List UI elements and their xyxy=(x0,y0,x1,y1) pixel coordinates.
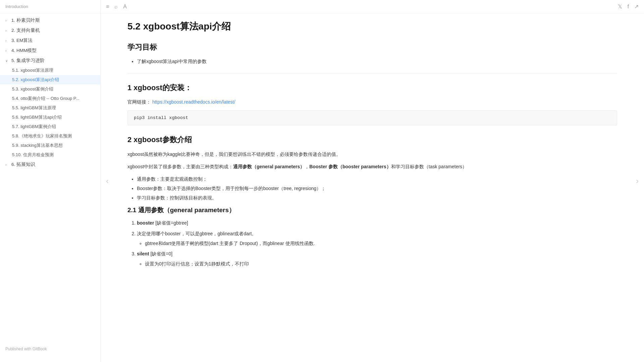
general-param-3-bold: silent xyxy=(137,251,149,256)
toolbar-right: 𝕏 f ↗ xyxy=(618,3,639,10)
general-param-1-text: booster [缺省值=gbtree] xyxy=(137,220,188,226)
sidebar-header: Introduction xyxy=(0,0,100,13)
sidebar-item-5-5[interactable]: 5.5. lightGBM算法原理 xyxy=(0,103,100,113)
intro-text-1: xgboost虽然被称为kaggle比赛神奇，但是，我们要想训练出不错的模型，必… xyxy=(127,150,617,159)
general-param-2: 决定使用哪个booster，可以是gbtree，gblinear或者dart。 … xyxy=(137,230,617,247)
sidebar-chapter-1[interactable]: › 1. 朴素贝叶斯 xyxy=(0,15,100,25)
general-param-1-bold: booster xyxy=(137,220,154,226)
sidebar-item-5-7[interactable]: 5.7. lightGBM案例介绍 xyxy=(0,122,100,131)
sidebar-item-5-3[interactable]: 5.3. xgboost案例介绍 xyxy=(0,84,100,94)
menu-icon[interactable]: ≡ xyxy=(106,4,109,10)
study-goals-section: 学习目标 了解xgboost算法api中常用的参数 xyxy=(127,42,617,73)
twitter-icon[interactable]: 𝕏 xyxy=(618,3,622,10)
section-divider xyxy=(127,73,617,73)
general-param-3-text: silent [缺省值=0] xyxy=(137,251,172,256)
general-param-2-sub-1: gbtree和dart使用基于树的模型(dart 主要多了 Dropout)，而… xyxy=(145,240,617,247)
study-goals-title: 学习目标 xyxy=(127,42,617,52)
sidebar-chapter-5[interactable]: ∨ 5. 集成学习进阶 xyxy=(0,56,100,66)
search-icon[interactable]: ⌕ xyxy=(114,4,118,10)
sidebar-item-5-1[interactable]: 5.1. xgboost算法原理 xyxy=(0,66,100,75)
sidebar-chapter-5-label: 5. 集成学习进阶 xyxy=(11,58,45,64)
intro2-mid: ， xyxy=(305,164,309,169)
chevron-right-icon: › xyxy=(5,29,10,33)
general-param-1: booster [缺省值=gbtree] xyxy=(137,219,617,227)
general-param-2-subbullets: gbtree和dart使用基于树的模型(dart 主要多了 Dropout)，而… xyxy=(137,240,617,247)
intro2-prefix: xgboost中封装了很多参数，主要由三种类型构成： xyxy=(127,164,233,169)
chevron-right-icon: › xyxy=(5,39,10,43)
general-param-3: silent [缺省值=0] 设置为0打印运行信息；设置为1静默模式，不打印 xyxy=(137,250,617,267)
chevron-right-icon: › xyxy=(5,19,10,22)
toolbar-left: ≡ ⌕ A xyxy=(106,4,127,10)
sidebar-item-5-6[interactable]: 5.6. lightGBM算法api介绍 xyxy=(0,113,100,122)
parameters-title: 2 xgboost参数介绍 xyxy=(127,135,617,145)
sidebar: Introduction › 1. 朴素贝叶斯 › 2. 支持向量机 › 3. … xyxy=(0,0,101,362)
study-goal-item-1: 了解xgboost算法api中常用的参数 xyxy=(137,58,617,65)
main-content: 5.2 xgboost算法api介绍 学习目标 了解xgboost算法api中常… xyxy=(101,0,644,362)
sidebar-item-5-4[interactable]: 5.4. otto案例介绍 -- Otto Group P... xyxy=(0,94,100,103)
prev-page-button[interactable]: ‹ xyxy=(103,173,111,189)
sidebar-chapter-4-label: 4. HMM模型 xyxy=(11,48,37,54)
sidebar-item-5-10[interactable]: 5.10. 住房月租金预测 xyxy=(0,150,100,160)
sidebar-chapter-4[interactable]: › 4. HMM模型 xyxy=(0,46,100,56)
sidebar-chapter-1-label: 1. 朴素贝叶斯 xyxy=(11,17,40,23)
sidebar-footer: Published with GitBook xyxy=(0,343,100,355)
sidebar-item-5-9[interactable]: 5.9. stacking算法基本思想 xyxy=(0,141,100,150)
sidebar-chapter-3-label: 3. EM算法 xyxy=(11,38,33,44)
font-icon[interactable]: A xyxy=(123,4,127,10)
general-param-3-sub-1: 设置为0打印运行信息；设置为1静默模式，不打印 xyxy=(145,260,617,267)
sidebar-chapter-3[interactable]: › 3. EM算法 xyxy=(0,36,100,46)
official-link-prefix: 官网链接： xyxy=(127,99,151,105)
general-params-list: booster [缺省值=gbtree] 决定使用哪个booster，可以是gb… xyxy=(127,219,617,267)
chevron-down-icon: ∨ xyxy=(5,59,10,63)
sidebar-chapter-6-label: 6. 拓展知识 xyxy=(11,162,35,168)
sidebar-chapter-2-label: 2. 支持向量机 xyxy=(11,27,40,34)
sidebar-chapter-6[interactable]: › 6. 拓展知识 xyxy=(0,160,100,170)
intro2-suffix: 和学习目标参数（task parameters） xyxy=(391,164,467,169)
chevron-right-icon: › xyxy=(5,49,10,53)
intro2-bold2: Booster 参数（booster parameters） xyxy=(309,164,391,169)
official-link-label: 官网链接： https://xgboost.readthedocs.io/en/… xyxy=(127,98,617,106)
install-code-block: pip3 install xgboost xyxy=(127,110,617,125)
sidebar-nav: › 1. 朴素贝叶斯 › 2. 支持向量机 › 3. EM算法 › 4. HMM… xyxy=(0,13,100,172)
installation-title: 1 xgboost的安装： xyxy=(127,83,617,93)
study-goals-list: 了解xgboost算法api中常用的参数 xyxy=(127,58,617,65)
subsection-21-title: 2.1 通用参数（general parameters） xyxy=(127,206,617,215)
share-icon[interactable]: ↗ xyxy=(634,3,639,10)
general-param-3-subbullets: 设置为0打印运行信息；设置为1静默模式，不打印 xyxy=(137,260,617,267)
chevron-right-icon: › xyxy=(5,163,10,167)
param-type-3: 学习目标参数：控制训练目标的表现。 xyxy=(137,194,617,201)
sidebar-item-5-2[interactable]: 5.2. xgboost算法api介绍 xyxy=(0,75,100,84)
intro-text-2: xgboost中封装了很多参数，主要由三种类型构成：通用参数（general p… xyxy=(127,163,617,171)
general-param-2-text: 决定使用哪个booster，可以是gbtree，gblinear或者dart。 xyxy=(137,231,256,236)
param-type-1: 通用参数：主要是宏观函数控制； xyxy=(137,175,617,183)
sidebar-chapter-2[interactable]: › 2. 支持向量机 xyxy=(0,25,100,36)
page-title: 5.2 xgboost算法api介绍 xyxy=(127,20,617,33)
param-type-list: 通用参数：主要是宏观函数控制； Booster参数：取决于选择的Booster类… xyxy=(127,175,617,202)
param-type-2: Booster参数：取决于选择的Booster类型，用于控制每一步的booste… xyxy=(137,185,617,192)
next-page-button[interactable]: › xyxy=(633,173,641,189)
facebook-icon[interactable]: f xyxy=(628,4,629,10)
intro2-bold1: 通用参数（general parameters） xyxy=(233,164,305,169)
parameters-section: 2 xgboost参数介绍 xgboost虽然被称为kaggle比赛神奇，但是，… xyxy=(127,135,617,267)
official-link[interactable]: https://xgboost.readthedocs.io/en/latest… xyxy=(152,99,235,105)
sidebar-item-5-8[interactable]: 5.8.《绝地求生》玩家排名预测 xyxy=(0,131,100,141)
toolbar: ≡ ⌕ A 𝕏 f ↗ xyxy=(101,0,644,13)
installation-section: 1 xgboost的安装： 官网链接： https://xgboost.read… xyxy=(127,83,617,125)
